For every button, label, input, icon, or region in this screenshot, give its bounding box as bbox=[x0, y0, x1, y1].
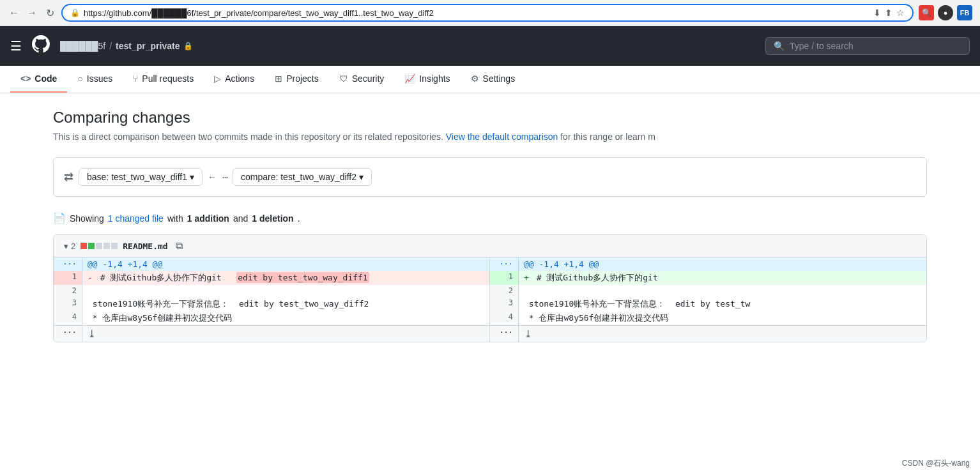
diff-right-line-2: 2 bbox=[490, 285, 926, 297]
hunk-content-left: @@ -1,4 +1,4 @@ bbox=[82, 257, 167, 271]
left-content-3: stone1910账号补充一下背景信息： edit by test_two_wa… bbox=[82, 297, 489, 311]
diff-right-side: ··· @@ -1,4 +1,4 @@ 1 + # 测试Github多人协作下的… bbox=[490, 257, 926, 342]
nav-issues-label: Issues bbox=[87, 73, 112, 84]
nav-projects[interactable]: ⊞ Projects bbox=[264, 66, 329, 93]
nav-insights-label: Insights bbox=[419, 73, 450, 84]
left-content-4: * 仓库由w8y56f创建并初次提交代码 bbox=[82, 311, 489, 325]
hamburger-menu[interactable]: ☰ bbox=[10, 38, 22, 54]
nav-settings[interactable]: ⚙ Settings bbox=[461, 66, 526, 93]
right-content-2 bbox=[519, 285, 926, 297]
breadcrumb-user[interactable]: ██████5f bbox=[60, 41, 105, 51]
projects-icon: ⊞ bbox=[275, 73, 282, 84]
repo-name[interactable]: test_pr_private bbox=[116, 41, 180, 51]
diff-body: ··· @@ -1,4 +1,4 @@ 1 - # 测试Github多人协作下的… bbox=[54, 257, 926, 342]
compare-chevron-icon: ▾ bbox=[359, 172, 364, 182]
expand-linenum-left: ··· bbox=[54, 326, 82, 342]
hunk-linenum-left: ··· bbox=[54, 257, 82, 271]
diff-container: ▾ 2 README.md ⧉ ··· @@ -1,4 +1,4 @@ bbox=[53, 234, 927, 342]
ext-dark[interactable]: ● bbox=[938, 5, 953, 20]
main-content: Comparing changes This is a direct compa… bbox=[43, 93, 937, 358]
diff-file-header: ▾ 2 README.md ⧉ bbox=[54, 235, 926, 257]
diff-left-line-2: 2 bbox=[54, 285, 489, 297]
left-linenum-3: 3 bbox=[54, 297, 82, 311]
browser-actions: 🔍 ● FB bbox=[919, 5, 972, 20]
lock-icon: 🔒 bbox=[70, 8, 80, 17]
insights-icon: 📈 bbox=[404, 73, 415, 84]
left-content-1: - # 测试Github多人协作下的git edit by test_two_w… bbox=[82, 271, 489, 285]
nav-projects-label: Projects bbox=[286, 73, 319, 84]
address-bar[interactable]: 🔒 https://github.com/██████6f/test_pr_pr… bbox=[61, 4, 914, 22]
github-header: ☰ ██████5f / test_pr_private 🔒 🔍 Type / … bbox=[0, 26, 980, 66]
github-logo[interactable] bbox=[32, 35, 50, 57]
nav-insights[interactable]: 📈 Insights bbox=[394, 66, 460, 93]
addition-count: 1 addition bbox=[187, 213, 229, 224]
nav-security-label: Security bbox=[352, 73, 385, 84]
security-icon: 🛡 bbox=[339, 73, 348, 84]
page-subtitle: This is a direct comparison between two … bbox=[53, 132, 927, 142]
share-icon: ⬆ bbox=[885, 8, 892, 18]
settings-icon: ⚙ bbox=[471, 73, 479, 84]
forward-button[interactable]: → bbox=[26, 6, 38, 19]
diff-left-expand-row: ··· ⤓ bbox=[54, 325, 489, 342]
diff-stat-bar bbox=[80, 243, 118, 249]
compare-arrows-icon: ⇄ bbox=[64, 170, 73, 184]
left-content-2 bbox=[82, 285, 489, 297]
add-stat-square bbox=[88, 243, 95, 249]
search-box[interactable]: 🔍 Type / to search bbox=[765, 37, 970, 55]
diff-left-line-4: 4 * 仓库由w8y56f创建并初次提交代码 bbox=[54, 311, 489, 325]
subtitle-suffix: for this range or learn m bbox=[560, 132, 655, 142]
right-content-4: * 仓库由w8y56f创建并初次提交代码 bbox=[519, 311, 926, 325]
right-linenum-4: 4 bbox=[490, 311, 519, 325]
hunk-header-left: ··· @@ -1,4 +1,4 @@ bbox=[54, 257, 489, 271]
nav-settings-label: Settings bbox=[483, 73, 516, 84]
back-button[interactable]: ← bbox=[8, 6, 20, 19]
showing-banner: 📄 Showing 1 changed file with 1 addition… bbox=[53, 212, 927, 224]
left-linenum-2: 2 bbox=[54, 285, 82, 297]
expand-linenum-right: ··· bbox=[490, 326, 519, 342]
right-linenum-2: 2 bbox=[490, 285, 519, 297]
diff-left-line-1: 1 - # 测试Github多人协作下的git edit by test_two… bbox=[54, 271, 489, 285]
ext-blue[interactable]: FB bbox=[957, 5, 972, 20]
nav-actions[interactable]: ▷ Actions bbox=[204, 66, 264, 93]
expand-button-left[interactable]: ⤓ bbox=[82, 326, 101, 342]
nav-code[interactable]: <> Code bbox=[10, 66, 67, 93]
nav-pr-label: Pull requests bbox=[142, 73, 194, 84]
bookmark-icon: ☆ bbox=[896, 8, 905, 18]
page-title: Comparing changes bbox=[53, 109, 927, 126]
base-branch-select[interactable]: base: test_two_way_diff1 ▾ bbox=[79, 168, 203, 186]
compare-controls: ⇄ base: test_two_way_diff1 ▾ ← ··· compa… bbox=[53, 157, 927, 197]
neutral-stat-square-3 bbox=[111, 243, 118, 249]
period: . bbox=[298, 213, 300, 224]
breadcrumb-separator: / bbox=[109, 41, 112, 51]
download-icon: ⬇ bbox=[873, 8, 881, 18]
del-stat-square bbox=[80, 243, 87, 249]
neutral-stat-square-2 bbox=[103, 243, 110, 249]
reload-button[interactable]: ↻ bbox=[43, 6, 56, 19]
nav-code-label: Code bbox=[34, 73, 57, 84]
ext-search[interactable]: 🔍 bbox=[919, 5, 934, 20]
issues-icon: ○ bbox=[77, 73, 82, 84]
expand-button-right[interactable]: ⤓ bbox=[519, 326, 537, 342]
search-icon: 🔍 bbox=[774, 41, 785, 51]
left-arrow-icon: ← bbox=[208, 172, 217, 182]
diff-filename: README.md bbox=[123, 241, 167, 251]
nav-security[interactable]: 🛡 Security bbox=[329, 66, 395, 93]
showing-rest: with bbox=[167, 213, 183, 224]
diff-collapse-button[interactable]: ▾ 2 bbox=[64, 241, 75, 251]
pr-icon: ⑂ bbox=[133, 73, 138, 84]
and-text: and bbox=[233, 213, 248, 224]
hunk-content-right: @@ -1,4 +1,4 @@ bbox=[519, 257, 604, 271]
left-linenum-4: 4 bbox=[54, 311, 82, 325]
changed-file-link[interactable]: 1 changed file bbox=[108, 213, 164, 224]
diff-file-count: 2 bbox=[71, 241, 75, 251]
compare-branch-select[interactable]: compare: test_two_way_diff2 ▾ bbox=[233, 168, 372, 186]
diff-right-line-1: 1 + # 测试Github多人协作下的git bbox=[490, 271, 926, 285]
address-url: https://github.com/██████6f/test_pr_priv… bbox=[84, 8, 869, 18]
copy-filename-button[interactable]: ⧉ bbox=[176, 240, 183, 252]
compare-branch-label: compare: test_two_way_diff2 bbox=[241, 172, 356, 182]
view-default-comparison-link[interactable]: View the default comparison bbox=[446, 132, 558, 142]
diff-right-expand-row: ··· ⤓ bbox=[490, 325, 926, 342]
right-content-1: + # 测试Github多人协作下的git bbox=[519, 271, 926, 285]
nav-issues[interactable]: ○ Issues bbox=[67, 66, 123, 93]
nav-pull-requests[interactable]: ⑂ Pull requests bbox=[123, 66, 204, 93]
